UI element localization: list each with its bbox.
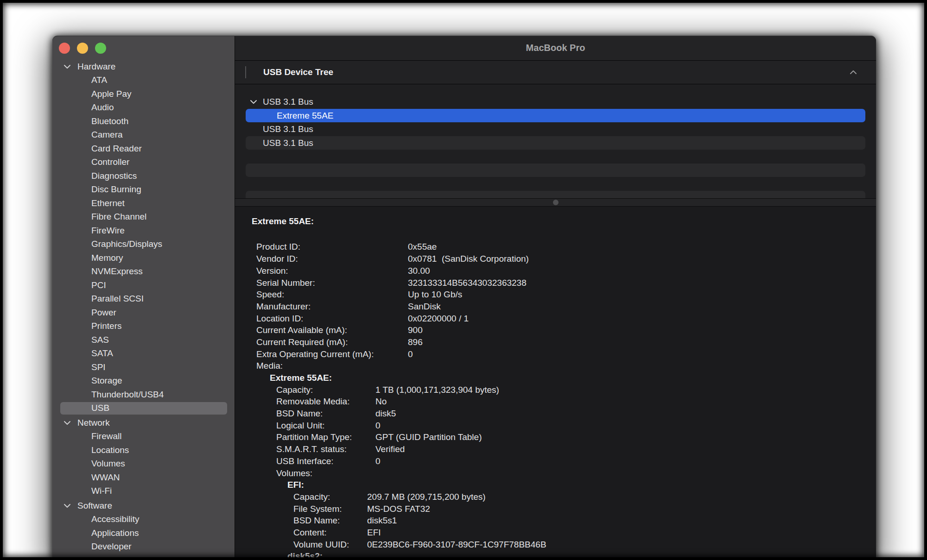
- sidebar-item-nvmexpress[interactable]: NVMExpress: [52, 265, 235, 279]
- detail-line-s-m-a-r-t-status: S.M.A.R.T. status:Verified: [252, 443, 867, 455]
- sidebar-item-accessibility[interactable]: Accessibility: [52, 513, 235, 527]
- detail-label: Removable Media:: [276, 396, 375, 407]
- content-pane: MacBook Pro USB Device Tree USB 3.1 BusE…: [235, 36, 876, 560]
- sidebar-item-bluetooth[interactable]: Bluetooth: [52, 114, 235, 128]
- detail-line-extra-operating-current-ma: Extra Operating Current (mA):0: [252, 348, 867, 360]
- detail-line-volume-uuid: Volume UUID:0E239BC6-F960-3107-89CF-1C97…: [252, 539, 867, 551]
- sidebar-item-pci[interactable]: PCI: [52, 278, 235, 292]
- minimize-button[interactable]: [77, 43, 88, 54]
- sidebar-item-power[interactable]: Power: [52, 306, 235, 320]
- sidebar-item-parallel-scsi[interactable]: Parallel SCSI: [52, 292, 235, 306]
- sidebar-item-firewire[interactable]: FireWire: [52, 224, 235, 238]
- sidebar-item-sas[interactable]: SAS: [52, 333, 235, 347]
- sidebar-group-network[interactable]: Network: [52, 416, 235, 430]
- detail-value: 896: [408, 337, 423, 347]
- detail-line-manufacturer: Manufacturer:SanDisk: [252, 301, 867, 313]
- detail-value: 0: [375, 421, 381, 431]
- detail-label: Media:: [256, 361, 408, 371]
- sidebar-item-label: Accessibility: [52, 514, 139, 524]
- zoom-button[interactable]: [95, 43, 106, 54]
- tree-row-extreme-55ae[interactable]: Extreme 55AE: [246, 109, 865, 123]
- sidebar-item-disabled-software[interactable]: Disabled Software: [52, 554, 235, 560]
- sidebar-item-camera[interactable]: Camera: [52, 128, 235, 142]
- sidebar-group-hardware[interactable]: Hardware: [52, 60, 235, 74]
- sidebar-item-audio[interactable]: Audio: [52, 101, 235, 115]
- chevron-down-icon[interactable]: [250, 100, 257, 104]
- tree-row-empty: [246, 191, 865, 198]
- detail-label: Capacity:: [276, 385, 375, 395]
- tree-row-usb-3-1-bus[interactable]: USB 3.1 Bus: [246, 95, 865, 109]
- sidebar-item-thunderbolt-usb4[interactable]: Thunderbolt/USB4: [52, 388, 235, 402]
- sidebar-item-graphics-displays[interactable]: Graphics/Displays: [52, 238, 235, 252]
- detail-value: SanDisk: [408, 302, 441, 312]
- sidebar-item-firewall[interactable]: Firewall: [52, 430, 235, 444]
- sidebar-item-printers[interactable]: Printers: [52, 320, 235, 333]
- sidebar-item-spi[interactable]: SPI: [52, 360, 235, 374]
- sidebar-item-controller[interactable]: Controller: [52, 156, 235, 170]
- sidebar: HardwareATAApple PayAudioBluetoothCamera…: [52, 36, 235, 560]
- pane-splitter[interactable]: [235, 198, 876, 207]
- detail-line-volumes: Volumes:: [252, 467, 867, 479]
- tree-row-usb-3-1-bus[interactable]: USB 3.1 Bus: [246, 122, 865, 136]
- detail-label: Current Required (mA):: [256, 337, 408, 347]
- sidebar-item-locations[interactable]: Locations: [52, 443, 235, 457]
- sidebar-item-storage[interactable]: Storage: [52, 374, 235, 388]
- usb-device-tree-list: USB 3.1 BusExtreme 55AEUSB 3.1 BusUSB 3.…: [235, 84, 876, 198]
- sidebar-item-sata[interactable]: SATA: [52, 347, 235, 361]
- detail-value: 323133314B56343032363238: [408, 278, 527, 288]
- detail-line-current-available-ma: Current Available (mA):900: [252, 324, 867, 336]
- tree-row-empty: [246, 177, 865, 191]
- detail-line-logical-unit: Logical Unit:0: [252, 420, 867, 432]
- detail-label: Vendor ID:: [256, 254, 408, 264]
- sidebar-item-apple-pay[interactable]: Apple Pay: [52, 87, 235, 101]
- detail-label: USB Interface:: [276, 456, 375, 466]
- detail-label: BSD Name:: [276, 409, 375, 419]
- sidebar-group-label: Hardware: [52, 62, 115, 72]
- sidebar-group-software[interactable]: Software: [52, 499, 235, 513]
- detail-label: Volume UUID:: [293, 540, 367, 550]
- sidebar-item-label: ATA: [52, 75, 107, 85]
- detail-label: Product ID:: [256, 242, 408, 252]
- chevron-up-icon[interactable]: [848, 67, 858, 77]
- detail-value: Verified: [375, 444, 405, 454]
- close-button[interactable]: [59, 43, 70, 54]
- sidebar-item-memory[interactable]: Memory: [52, 251, 235, 265]
- sidebar-item-diagnostics[interactable]: Diagnostics: [52, 169, 235, 183]
- detail-line-product-id: Product ID:0x55ae: [252, 241, 867, 253]
- splitter-handle-dot[interactable]: [553, 200, 559, 205]
- detail-line-current-required-ma: Current Required (mA):896: [252, 336, 867, 348]
- sidebar-item-wwan[interactable]: WWAN: [52, 471, 235, 484]
- detail-line-extreme-55ae: Extreme 55AE:: [252, 372, 867, 384]
- detail-line-bsd-name: BSD Name:disk5: [252, 408, 867, 420]
- detail-label: Volumes:: [276, 468, 375, 478]
- header-tick: [245, 66, 246, 78]
- sidebar-item-disc-burning[interactable]: Disc Burning: [52, 183, 235, 197]
- sidebar-item-label: Disabled Software: [52, 555, 163, 560]
- detail-label: Extreme 55AE:: [270, 373, 332, 383]
- detail-label: Capacity:: [293, 492, 367, 502]
- detail-value: 209.7 MB (209,715,200 bytes): [367, 492, 486, 502]
- detail-line-disk5s2: disk5s2:: [252, 551, 867, 560]
- sidebar-item-applications[interactable]: Applications: [52, 526, 235, 540]
- sidebar-item-label: Firewall: [52, 431, 121, 441]
- tree-row-usb-3-1-bus[interactable]: USB 3.1 Bus: [246, 136, 865, 150]
- sidebar-item-ethernet[interactable]: Ethernet: [52, 196, 235, 210]
- sidebar-item-card-reader[interactable]: Card Reader: [52, 142, 235, 156]
- sidebar-item-label: Locations: [52, 445, 129, 455]
- detail-label: S.M.A.R.T. status:: [276, 444, 375, 454]
- sidebar-item-usb[interactable]: USB: [52, 402, 235, 415]
- sidebar-item-wi-fi[interactable]: Wi-Fi: [52, 484, 235, 498]
- sidebar-item-volumes[interactable]: Volumes: [52, 457, 235, 471]
- sidebar-item-label: Graphics/Displays: [52, 239, 162, 249]
- sidebar-item-label: Thunderbolt/USB4: [52, 390, 164, 400]
- tree-row-label: Extreme 55AE: [246, 111, 334, 121]
- detail-value: 0x55ae: [408, 242, 437, 252]
- detail-label: Version:: [256, 266, 408, 276]
- sidebar-item-label: WWAN: [52, 472, 120, 483]
- detail-value: 0x02200000 / 1: [408, 314, 469, 324]
- sidebar-item-fibre-channel[interactable]: Fibre Channel: [52, 210, 235, 224]
- sidebar-item-developer[interactable]: Developer: [52, 540, 235, 554]
- detail-value: disk5s1: [367, 516, 397, 526]
- sidebar-item-ata[interactable]: ATA: [52, 74, 235, 88]
- detail-label: BSD Name:: [293, 516, 367, 526]
